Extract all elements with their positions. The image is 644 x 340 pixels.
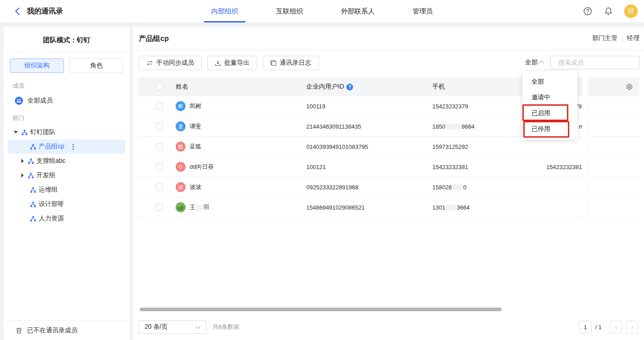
org-chart-icon (30, 216, 36, 222)
member-name-cell: 树凯树 (167, 96, 302, 116)
header-name: 姓名 (167, 77, 302, 96)
tree-item-child[interactable]: 开发组 (4, 168, 130, 183)
caret-down-icon[interactable] (14, 131, 18, 134)
row-checkbox[interactable] (156, 183, 163, 191)
main-panel: 产品组cp 部门主管 经理 手动同步成员 批量导出 通讯录日志 全部 (133, 27, 644, 340)
caret-right-icon[interactable] (21, 173, 24, 178)
row-checkbox-cell (138, 116, 167, 137)
dropdown-item-inviting[interactable]: 邀请中 (522, 89, 577, 105)
table-row[interactable]: Ddd向日葵1001211542323238115423232381@ (138, 157, 639, 177)
org-chart-icon (30, 144, 36, 150)
notification-bell-icon[interactable] (603, 6, 613, 16)
next-page-button[interactable]: › (626, 321, 639, 333)
member-avatar: 波 (176, 182, 186, 192)
email-fragment: m (579, 123, 582, 130)
dropdown-item-disabled[interactable]: 已停用 (522, 121, 577, 137)
contacts-log-button[interactable]: 通讯录日志 (263, 56, 319, 70)
divider (622, 35, 622, 41)
sidebar-item-label: 全部成员 (27, 97, 53, 105)
table-gutter (582, 137, 589, 157)
tab-linked-org[interactable]: 互联组织 (269, 0, 310, 22)
team-mode-label: 团队模式：钉钉 (4, 27, 130, 52)
phone-cell: 13013664 (428, 197, 540, 218)
page-title: 我的通讯录 (27, 7, 63, 16)
more-actions-icon[interactable] (71, 143, 76, 151)
chevron-up-icon (539, 61, 544, 66)
redacted-blur (196, 205, 203, 210)
row-checkbox[interactable] (156, 123, 163, 130)
row-checkbox-cell (138, 137, 167, 157)
table-gutter (582, 177, 589, 197)
user-avatar[interactable]: 田 (624, 4, 638, 18)
tree-item-label: 设计部呀 (39, 200, 64, 208)
status-filter-dropdown[interactable]: 全部 (525, 58, 544, 67)
log-icon (270, 60, 277, 66)
tree-item-label: 运维组 (39, 186, 58, 194)
help-badge-icon[interactable]: ? (346, 84, 353, 90)
member-name: dd向日葵 (190, 163, 213, 171)
page-size-select[interactable]: 20 条/页 (139, 320, 206, 334)
caret-right-icon[interactable] (21, 159, 24, 163)
user-id-cell: 100119 (302, 96, 428, 116)
org-chart-icon (28, 158, 34, 164)
redacted-blur (446, 205, 456, 210)
header-user-id: 企业内用户ID? (302, 77, 428, 96)
tab-org-structure[interactable]: 组织架构 (10, 58, 64, 73)
sidebar: 团队模式：钉钉 组织架构 角色 成员 全部成员 部门 钉钉团队 产品组cp 支撑… (4, 27, 130, 340)
row-checkbox[interactable] (156, 163, 163, 170)
row-checkbox[interactable] (156, 103, 163, 110)
select-all-checkbox[interactable] (156, 83, 163, 90)
help-icon[interactable] (583, 6, 593, 16)
members-icon (15, 97, 23, 105)
tab-internal-org[interactable]: 内部组织 (204, 0, 245, 22)
tree-item-child[interactable]: 运维组 (4, 183, 130, 197)
table-row[interactable]: 波波波09252333228919681580260 (138, 177, 639, 197)
manager-link[interactable]: 经理 (627, 34, 639, 42)
row-checkbox-cell (138, 177, 167, 197)
phone-cell: 1580260 (428, 177, 540, 197)
page-size-value: 20 条/页 (145, 323, 168, 331)
tree-item-child[interactable]: 设计部呀 (4, 197, 130, 211)
email-fragment: 15423232381@ (546, 164, 582, 170)
table-row[interactable]: 王羽15486949102908652113013664 (138, 197, 639, 218)
ops-cell (589, 137, 639, 157)
dropdown-item-enabled[interactable]: 已启用 (522, 105, 577, 121)
tree-item-child[interactable]: 支撑组abc (4, 154, 130, 168)
back-button[interactable]: 我的通讯录 (16, 0, 63, 22)
current-page-input[interactable]: 1 (579, 321, 592, 333)
dept-manager-link[interactable]: 部门主管 (592, 34, 617, 42)
tree-item-root[interactable]: 钉钉团队 (4, 125, 130, 139)
pagination-bar: 20 条/页 共6条数据 1 / 1 ‹ › (139, 320, 639, 334)
horizontal-scrollbar[interactable] (140, 308, 502, 311)
member-avatar: 狐 (176, 142, 186, 152)
tab-external-contacts[interactable]: 外部联系人 (334, 0, 382, 22)
member-name-cell: 波波波 (167, 177, 302, 197)
member-name: 波波 (190, 183, 201, 191)
member-name-cell: 王羽 (167, 197, 302, 218)
member-name-cell: Ddd向日葵 (167, 157, 302, 177)
user-id-cell: 154869491029086521 (302, 197, 428, 218)
manual-sync-button[interactable]: 手动同步成员 (139, 56, 202, 70)
org-chart-icon (30, 187, 36, 193)
table-row[interactable]: 狐蓝狐014039394910108379515973125292 (138, 137, 639, 157)
batch-export-button[interactable]: 批量导出 (207, 56, 257, 70)
tree-item-child[interactable]: 人力资源 (4, 211, 130, 226)
trash-icon (15, 327, 23, 334)
sidebar-item-removed-members[interactable]: 已不在通讯录成员 (4, 320, 130, 340)
phone-cell: 15973125292 (428, 137, 540, 157)
row-checkbox[interactable] (156, 204, 163, 211)
tab-roles[interactable]: 角色 (69, 58, 123, 73)
sidebar-item-all-members[interactable]: 全部成员 (4, 93, 130, 109)
toolbar: 手动同步成员 批量导出 通讯录日志 (139, 56, 319, 70)
search-input[interactable] (558, 59, 640, 66)
member-avatar: 树 (176, 101, 186, 111)
tab-admins[interactable]: 管理员 (405, 0, 440, 22)
total-pages-label: / 1 (595, 324, 602, 331)
tree-item-selected[interactable]: 产品组cp (8, 139, 125, 154)
gear-icon[interactable] (626, 83, 633, 91)
prev-page-button[interactable]: ‹ (610, 321, 622, 333)
row-checkbox-cell (138, 96, 167, 116)
status-dropdown-menu: 全部 邀请中 已启用 已停用 (522, 71, 577, 139)
row-checkbox[interactable] (156, 143, 163, 150)
dropdown-item-all[interactable]: 全部 (522, 74, 577, 89)
